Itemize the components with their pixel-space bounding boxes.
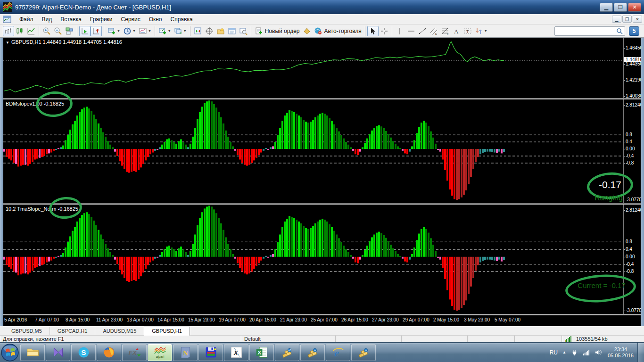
price-chart-pane[interactable]: ▼GBPUSD,H1 1.44849 1.44918 1.44705 1.448… [3,38,641,98]
indicators-icon[interactable]: ▼ [157,26,173,36]
taskbar-firefox[interactable] [97,344,121,361]
toolbar-separator [104,26,104,36]
line-chart-icon[interactable] [25,26,37,36]
symbol-dropdown-icon[interactable]: ▼ [6,41,9,45]
vertical-line-icon[interactable] [394,26,405,36]
crosshair-icon[interactable] [379,26,390,36]
chart-area[interactable]: ▼GBPUSD,H1 1.44849 1.44918 1.44705 1.448… [0,38,644,326]
text-label-icon[interactable]: T [462,26,473,36]
zoom-in-icon[interactable] [41,26,52,36]
start-button[interactable] [0,343,20,362]
data-window-icon[interactable] [204,26,215,36]
expert-advisors-icon[interactable] [301,26,313,36]
trendline-icon[interactable] [417,26,428,36]
time-tick-label: 2 May 15:00 [433,317,459,322]
auto-scroll-icon[interactable] [79,26,91,36]
terminal-icon[interactable] [226,26,238,36]
volume-icon[interactable] [594,349,602,356]
maximize-button[interactable]: ❐ [614,3,627,12]
auto-trading-button[interactable]: Авто-торговля [313,26,363,36]
taskbar-kmplayer[interactable] [46,344,70,361]
taskbar-explorer[interactable] [20,344,45,361]
chart-shift-icon[interactable] [91,26,102,36]
connection-status: 103551/54 kb [561,336,644,342]
menu-service[interactable]: Сервис [117,15,145,24]
navigator-icon[interactable] [215,26,226,36]
taskbar-clock[interactable]: 23:34 05.05.2016 [608,346,634,359]
equidistant-channel-icon[interactable]: E [428,26,439,36]
templates-icon[interactable]: ▼ [137,26,153,36]
minimize-button[interactable]: ▁ [600,3,613,12]
toolbar-separator [190,26,190,36]
tab-audusd-m15[interactable]: AUDUSD,M15 [95,327,144,335]
strategy-tester-icon[interactable] [238,26,249,36]
taskbar-x-app[interactable]: X [224,344,248,361]
fibonacci-icon[interactable]: F [439,26,451,36]
menu-file[interactable]: Файл [15,15,38,24]
mdi-restore-button[interactable]: ❐ [622,16,632,23]
title-bar[interactable]: 9757299: Alpari-ECN-Demo - Демо Счет - [… [0,0,644,14]
taskbar-internet-explorer[interactable]: e [326,344,350,361]
mql5-community-icon[interactable]: 5 [629,26,639,36]
arrow-objects-icon[interactable]: ▼ [473,26,489,36]
price-tick-label: 1.42190 [626,77,643,82]
market-watch-icon[interactable] [192,26,204,36]
menu-window[interactable]: Окно [145,15,166,24]
menu-help[interactable]: Справка [166,15,197,24]
show-hidden-icons[interactable]: ▲ [562,350,566,354]
taskbar-notepad[interactable]: N [173,344,198,361]
window-title: 9757299: Alpari-ECN-Demo - Демо Счет - [… [15,4,600,11]
periods-icon[interactable]: ▼ [122,26,137,36]
price-axis[interactable]: 1.464501.443501.421901.400301.44816 [624,38,641,98]
taskbar-metatrader-1[interactable] [275,344,299,361]
menu-charts[interactable]: Графики [86,15,117,24]
bdmslope-indicator-pane[interactable]: BDMslopev1.00 -0.16825 2.812460.80.40.00… [3,99,641,203]
horizontal-line-icon[interactable] [405,26,417,36]
mdi-minimize-button[interactable]: ▁ [612,16,621,23]
taskbar-alpari-mt4[interactable]: alpari [148,344,172,361]
status-profile[interactable]: Default [241,336,335,342]
text-icon[interactable]: A [451,26,462,36]
menu-insert[interactable]: Вставка [56,15,86,24]
toolbar-separator [77,26,77,36]
tmaslope-indicator-pane[interactable]: 10.2 TmaSlope_Norm -0.16825 2.812460.80.… [3,205,641,314]
tab-gbpusd-m5[interactable]: GBPUSD,M5 [4,327,50,335]
new-chart-icon[interactable]: ▼ [106,26,122,36]
indicator-tick-label: 0.00 [626,146,635,151]
time-tick-label: 5 May 07:00 [495,317,520,322]
current-price-box: 1.44816 [624,57,641,62]
tile-windows-icon[interactable] [64,26,75,36]
zoom-out-icon[interactable] [52,26,64,36]
cursor-icon[interactable] [367,26,379,36]
chart-windows-icon[interactable]: ▼ [173,26,188,36]
menu-bar: ФайлВидВставкаГрафикиСервисОкноСправка ▁… [0,14,644,25]
mdi-close-button[interactable]: ✕ [633,16,642,23]
candlestick-chart-icon[interactable] [14,26,25,36]
svg-text:A: A [454,28,459,35]
bdmslope-axis[interactable]: 2.812460.80.40.00-0.4-0.8-3.07705 [624,99,641,203]
taskbar-akelpad[interactable]: A [198,344,223,361]
search-input[interactable] [557,28,616,34]
bar-chart-icon[interactable] [3,26,14,36]
power-icon[interactable] [571,349,578,356]
menu-view[interactable]: Вид [38,15,57,24]
network-icon[interactable] [583,349,590,356]
taskbar-excel[interactable]: X [249,344,274,361]
search-box[interactable] [554,26,625,36]
tab-gbpcad-h1[interactable]: GBPCAD,H1 [50,327,95,335]
indicator-tick-label: 0.00 [626,254,635,259]
time-axis[interactable]: 5 Apr 20167 Apr 07:008 Apr 15:0011 Apr 2… [3,315,641,326]
show-desktop-button[interactable] [637,343,644,362]
new-order-button[interactable]: Новый ордер [253,26,301,36]
tab-gbpusd-h1[interactable]: GBPUSD,H1 [144,327,190,336]
time-tick-label: 29 Apr 07:00 [403,317,429,322]
taskbar-forex-app[interactable]: FX [122,344,147,361]
close-button[interactable]: ✕ [628,3,641,12]
taskbar-metatrader-3[interactable] [351,344,376,361]
toolbar: ▼▼▼▼▼Новый ордерАвто-торговляEFAT▼5 [0,25,644,38]
taskbar-skype[interactable]: S [71,344,96,361]
language-indicator[interactable]: RU [550,349,558,356]
tmaslope-axis[interactable]: 2.812460.80.40.00-0.4-0.8-3.07705 [624,205,641,314]
time-tick-label: 13 Apr 07:00 [127,317,154,322]
taskbar-metatrader-2[interactable] [300,344,325,361]
